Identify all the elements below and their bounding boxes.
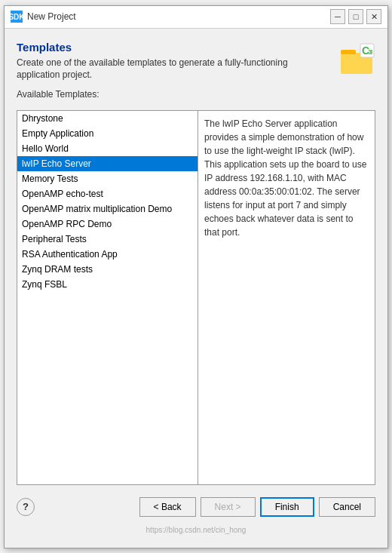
- main-window: SDK New Project ─ □ ✕ Templates Create o…: [4, 5, 388, 548]
- dialog-content: Templates Create one of the available te…: [5, 29, 387, 548]
- bottom-section: ? < Back Next > Finish Cancel: [17, 493, 375, 517]
- templates-area: DhrystoneEmpty ApplicationHello WorldlwI…: [17, 110, 375, 484]
- list-item-zynq-fsbl[interactable]: Zynq FSBL: [17, 277, 198, 292]
- close-button[interactable]: ✕: [366, 9, 381, 24]
- list-item-zynq-dram-tests[interactable]: Zynq DRAM tests: [17, 262, 198, 277]
- list-item-openamp-echo-test[interactable]: OpenAMP echo-test: [17, 186, 198, 201]
- window-controls: ─ □ ✕: [330, 9, 381, 24]
- folder-icon: C: [339, 41, 375, 77]
- header-section: Templates Create one of the available te…: [17, 41, 375, 82]
- list-item-rsa-auth-app[interactable]: RSA Authentication App: [17, 247, 198, 262]
- app-icon: SDK: [11, 11, 23, 23]
- template-description: The lwIP Echo Server application provide…: [198, 111, 375, 484]
- list-item-memory-tests[interactable]: Memory Tests: [17, 171, 198, 186]
- list-item-openamp-matrix[interactable]: OpenAMP matrix multiplication Demo: [17, 201, 198, 217]
- svg-rect-1: [341, 50, 356, 54]
- dialog-description: Create one of the available templates to…: [17, 57, 332, 82]
- help-button[interactable]: ?: [17, 498, 35, 516]
- list-item-lwip-echo-server[interactable]: lwIP Echo Server: [17, 156, 198, 171]
- cancel-button[interactable]: Cancel: [319, 497, 375, 517]
- next-button[interactable]: Next >: [201, 497, 256, 517]
- list-item-empty-app[interactable]: Empty Application: [17, 126, 198, 141]
- dialog-title: Templates: [17, 41, 332, 54]
- back-button[interactable]: < Back: [139, 497, 196, 517]
- available-templates-label: Available Templates:: [17, 89, 375, 100]
- action-buttons: < Back Next > Finish Cancel: [139, 497, 375, 517]
- list-item-openamp-rpc-demo[interactable]: OpenAMP RPC Demo: [17, 217, 198, 232]
- header-text: Templates Create one of the available te…: [17, 41, 332, 82]
- title-bar: SDK New Project ─ □ ✕: [5, 6, 387, 29]
- svg-text:C: C: [362, 45, 369, 57]
- minimize-button[interactable]: ─: [330, 9, 345, 24]
- maximize-button[interactable]: □: [348, 9, 363, 24]
- finish-button[interactable]: Finish: [260, 497, 314, 517]
- list-item-peripheral-tests[interactable]: Peripheral Tests: [17, 232, 198, 247]
- watermark: https://blog.csdn.net/cin_hong: [17, 524, 375, 536]
- list-item-hello-world[interactable]: Hello World: [17, 141, 198, 156]
- template-list[interactable]: DhrystoneEmpty ApplicationHello WorldlwI…: [17, 111, 198, 484]
- list-item-dhrystone[interactable]: Dhrystone: [17, 111, 198, 126]
- window-title: New Project: [27, 11, 330, 22]
